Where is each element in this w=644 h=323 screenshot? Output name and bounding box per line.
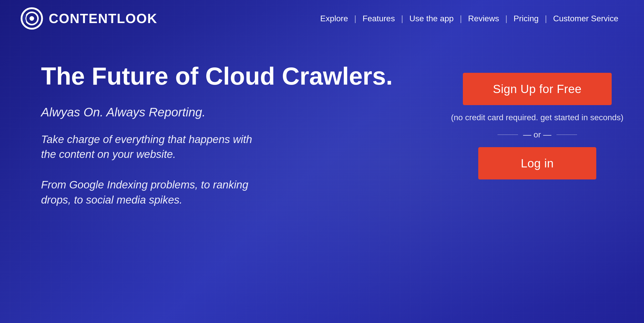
nav-sep-1: | (353, 14, 357, 23)
svg-point-2 (30, 16, 34, 21)
nav-item-features[interactable]: Features (357, 12, 400, 25)
hero-left: The Future of Cloud Crawlers. Alwyas On.… (41, 52, 420, 208)
main-nav: Explore | Features | Use the app | Revie… (315, 12, 623, 25)
hero-headline: The Future of Cloud Crawlers. (41, 63, 420, 90)
nav-item-customer-service[interactable]: Customer Service (548, 12, 623, 25)
or-line-left (497, 135, 518, 135)
nav-item-use-the-app[interactable]: Use the app (404, 12, 459, 25)
nav-item-pricing[interactable]: Pricing (509, 12, 544, 25)
nav-sep-5: | (544, 14, 548, 23)
main-content: The Future of Cloud Crawlers. Alwyas On.… (0, 37, 644, 323)
logo-icon (21, 7, 43, 30)
or-divider: — or — (451, 130, 623, 139)
brand-name: CONTENTLOOK (49, 11, 158, 26)
signup-button[interactable]: Sign Up for Free (463, 73, 612, 105)
logo[interactable]: CONTENTLOOK (21, 7, 158, 30)
no-cc-text: (no credit card required. get started in… (451, 113, 623, 122)
nav-sep-3: | (459, 14, 463, 23)
or-line-right (557, 135, 577, 135)
nav-item-reviews[interactable]: Reviews (463, 12, 504, 25)
header: CONTENTLOOK Explore | Features | Use the… (0, 0, 644, 37)
hero-tagline: Alwyas On. Always Reporting. (41, 105, 420, 119)
nav-item-explore[interactable]: Explore (315, 12, 353, 25)
hero-description-2: From Google Indexing problems, to rankin… (41, 177, 262, 208)
or-label: — or — (523, 130, 551, 139)
nav-sep-4: | (504, 14, 508, 23)
hero-right: Sign Up for Free (no credit card require… (451, 52, 623, 179)
login-button[interactable]: Log in (478, 147, 596, 179)
hero-description-1: Take charge of everything that happens w… (41, 132, 262, 162)
nav-sep-2: | (400, 14, 404, 23)
